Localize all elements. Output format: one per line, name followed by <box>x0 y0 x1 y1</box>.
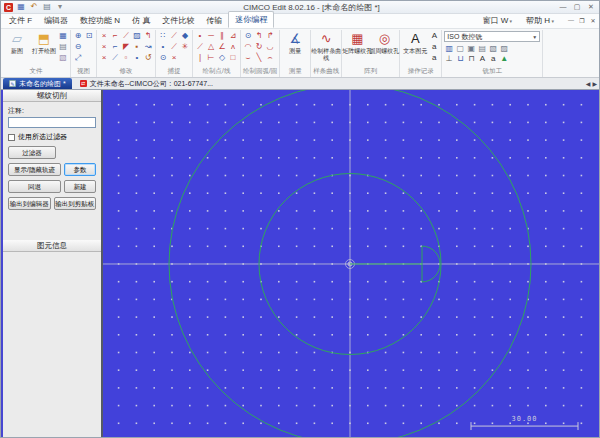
stretch-icon[interactable]: ▫ <box>121 53 131 63</box>
trim-icon[interactable]: × <box>99 31 109 41</box>
offset-icon[interactable]: ◤ <box>121 42 131 52</box>
mill-bore-icon[interactable]: ▨ <box>499 44 509 54</box>
scale-icon[interactable]: ▪ <box>132 42 142 52</box>
circle-center-icon[interactable]: ⊙ <box>243 31 253 41</box>
mill-pocket-icon[interactable]: ▢ <box>455 44 465 54</box>
perp-icon[interactable]: ⊢ <box>206 53 216 63</box>
menu-item-数控功能N[interactable]: 数控功能 N <box>74 13 126 28</box>
maximize-button[interactable]: ▢ <box>572 3 582 11</box>
arc-bottom-icon[interactable]: ◡ <box>265 42 275 52</box>
triangle-icon[interactable]: △ <box>206 42 216 52</box>
corner-icon[interactable]: ⌐ <box>110 31 120 41</box>
use-filter-checkbox[interactable] <box>8 134 15 141</box>
divide-icon[interactable]: ⟋ <box>110 53 120 63</box>
params-button[interactable]: 参数 <box>64 163 96 176</box>
tangent-line-icon[interactable]: ╲ <box>254 53 264 63</box>
rect-icon[interactable]: □ <box>228 53 238 63</box>
polyline-icon[interactable]: ʌ <box>228 42 238 52</box>
menu-item-仿真[interactable]: 仿 真 <box>126 13 156 28</box>
output-to-editor-button[interactable]: 输出到编辑器 <box>8 197 51 210</box>
text-engrave-small-icon[interactable]: a <box>488 54 498 64</box>
tool-path-icon[interactable]: ⊥ <box>444 54 454 64</box>
diag-line-icon[interactable]: ⟋ <box>195 42 205 52</box>
doc-tab-0[interactable]: ✎未命名的绘图 * <box>3 78 72 89</box>
menu-item-编辑器[interactable]: 编辑器 <box>38 13 74 28</box>
mid-snap-icon[interactable]: ◆ <box>180 31 190 41</box>
nc-format-dropdown[interactable]: ISO 数控铣▼ <box>444 31 540 42</box>
zoom-out-icon[interactable]: ⊖ <box>73 42 83 52</box>
menu-item-传输[interactable]: 传输 <box>200 13 228 28</box>
clipboard-icon[interactable]: ▧ <box>58 53 68 63</box>
center-snap-icon[interactable]: ⊙ <box>158 53 168 63</box>
break-icon[interactable]: × <box>99 42 109 52</box>
extend-icon[interactable]: ⟋ <box>121 31 131 41</box>
zoom-window-icon[interactable]: ⊡ <box>84 31 94 41</box>
arc-cap-icon[interactable]: ⌢ <box>265 53 275 63</box>
print-icon[interactable]: ▤ <box>58 42 68 52</box>
tab-prev-icon[interactable]: ◀ <box>586 80 591 87</box>
mirror-icon[interactable]: ↝ <box>143 42 153 52</box>
mdi-close-button[interactable]: ✕ <box>589 17 597 24</box>
matrix-thread-holes-button[interactable]: ▦矩阵螺纹孔 <box>344 31 370 55</box>
zoom-fit-icon[interactable]: ⤢ <box>73 53 83 63</box>
circle-rotate-icon[interactable]: ↻ <box>254 42 264 52</box>
menu-item-迷你编程[interactable]: 迷你编程 <box>228 11 274 28</box>
hatch-icon[interactable]: ▨ <box>132 31 142 41</box>
tab-scroll-arrows[interactable]: ◀ ▶ <box>586 78 597 89</box>
rhombus-icon[interactable]: ◇ <box>217 53 227 63</box>
point-icon[interactable]: • <box>195 31 205 41</box>
menu-item-帮助H[interactable]: 帮助 H ▾ <box>520 13 560 28</box>
menu-item-文件比较[interactable]: 文件比较 <box>156 13 200 28</box>
comment-input[interactable] <box>8 117 96 128</box>
text-engrave-icon[interactable]: A <box>477 54 487 64</box>
arc-small-icon[interactable]: ⌣ <box>243 53 253 63</box>
mdi-restore-button[interactable]: ❐ <box>578 17 586 24</box>
post-out-icon[interactable]: ▲ <box>499 54 509 64</box>
text-large-icon[interactable]: A <box>429 31 439 41</box>
line-snap-icon[interactable]: ⟋ <box>169 31 179 41</box>
tangent-snap-icon[interactable]: ⟋ <box>169 42 179 52</box>
grid-snap-icon[interactable]: ∷ <box>158 31 168 41</box>
mill-contour-icon[interactable]: ▤ <box>477 44 487 54</box>
doc-tab-1[interactable]: ⇄文件未命名--CIMCO公司：021-67747... <box>74 78 219 89</box>
output-to-clipboard-button[interactable]: 输出到剪贴板 <box>54 197 97 210</box>
minimize-button[interactable]: — <box>558 3 568 11</box>
fillet-icon[interactable]: ⌐ <box>110 42 120 52</box>
new-button[interactable]: 新建 <box>64 180 96 193</box>
point-edit-icon[interactable]: • <box>132 53 142 63</box>
text-element-button[interactable]: A文本图元 <box>402 31 428 55</box>
vertical-line-icon[interactable]: ❘ <box>195 53 205 63</box>
mill-face-icon[interactable]: ▥ <box>444 44 454 54</box>
menu-item-窗口W[interactable]: 窗口 W ▾ <box>476 13 518 28</box>
angle-icon[interactable]: ∠ <box>217 42 227 52</box>
point-snap-icon[interactable]: • <box>158 42 168 52</box>
open-drawing-button[interactable]: ⬒打开绘图 <box>31 31 57 55</box>
intersect-snap-icon[interactable]: ✳ <box>180 42 190 52</box>
show-hide-track-button[interactable]: 显示/隐藏轨迹 <box>8 163 61 176</box>
menu-item-文件F[interactable]: 文件 F <box>3 13 38 28</box>
tool-comp-icon[interactable]: ⊔ <box>455 54 465 64</box>
mdi-minimize-button[interactable]: — <box>567 17 575 24</box>
angle-line-icon[interactable]: ⊿ <box>228 31 238 41</box>
move-icon[interactable]: ↰ <box>143 31 153 41</box>
rotate-icon[interactable]: ↺ <box>143 53 153 63</box>
arc-top-icon[interactable]: ◠ <box>243 42 253 52</box>
text-small-icon[interactable]: a <box>429 53 439 63</box>
mill-slot-icon[interactable]: ▣ <box>466 44 476 54</box>
zoom-in-icon[interactable]: ⊕ <box>73 31 83 41</box>
save-icon[interactable]: ▦ <box>58 31 68 41</box>
tool-plane-icon[interactable]: ⊓ <box>466 54 476 64</box>
close-button[interactable]: ✕ <box>586 3 596 11</box>
tab-next-icon[interactable]: ▶ <box>592 80 597 87</box>
filter-button[interactable]: 过滤器 <box>8 146 56 159</box>
drawing-canvas[interactable]: 30.00 <box>103 90 599 437</box>
draw-spline-button[interactable]: ∿绘制样条曲线 <box>313 31 339 61</box>
circular-thread-holes-button[interactable]: ◎圆周螺纹孔 <box>371 31 397 55</box>
text-medium-icon[interactable]: a <box>429 42 439 52</box>
new-drawing-button[interactable]: ▱新图 <box>4 31 30 55</box>
parallel-icon[interactable]: ∥ <box>217 31 227 41</box>
rollback-button[interactable]: 回退 <box>8 180 61 193</box>
arc-end-icon[interactable]: ↱ <box>265 31 275 41</box>
none-snap-icon[interactable]: × <box>169 53 179 63</box>
mill-drill-icon[interactable]: ▧ <box>488 44 498 54</box>
